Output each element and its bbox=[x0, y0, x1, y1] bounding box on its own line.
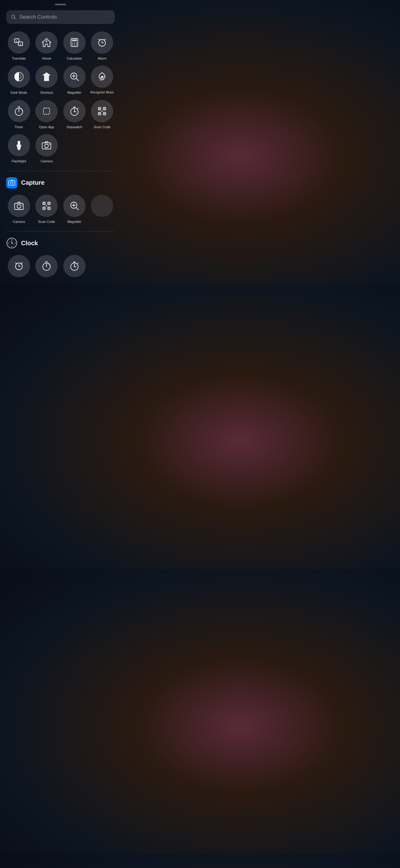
timer-label: Timer bbox=[14, 125, 23, 129]
divider-1 bbox=[6, 171, 115, 171]
clock-grid bbox=[0, 255, 121, 277]
svg-line-24 bbox=[76, 79, 78, 81]
timer-circle bbox=[8, 100, 30, 122]
svg-point-10 bbox=[74, 43, 75, 44]
svg-line-85 bbox=[22, 262, 22, 264]
svg-point-51 bbox=[45, 144, 48, 148]
capture-camera-label: Camera bbox=[13, 219, 25, 224]
capture-empty-circle bbox=[91, 195, 113, 217]
calculator-circle bbox=[63, 31, 86, 54]
shortcut-label: Shortcut bbox=[40, 90, 53, 95]
shortcut-circle bbox=[35, 65, 58, 88]
alarm-circle bbox=[91, 31, 113, 54]
svg-point-6 bbox=[45, 40, 47, 42]
svg-line-36 bbox=[77, 108, 78, 108]
divider-2 bbox=[6, 231, 115, 231]
control-recognize-music[interactable]: Recognize Music bbox=[90, 65, 115, 95]
calculator-label: Calculator bbox=[67, 56, 82, 61]
control-timer[interactable]: Timer bbox=[6, 100, 32, 129]
svg-rect-65 bbox=[44, 208, 45, 209]
svg-point-57 bbox=[17, 205, 21, 208]
svg-line-93 bbox=[77, 263, 78, 264]
control-open-app[interactable]: Open App bbox=[34, 100, 60, 129]
svg-rect-66 bbox=[49, 208, 49, 209]
clock-timer-circle bbox=[35, 255, 58, 277]
search-icon bbox=[11, 14, 16, 20]
capture-empty-slot bbox=[90, 195, 115, 224]
capture-scan-code[interactable]: Scan Code bbox=[34, 195, 60, 224]
camera-circle bbox=[35, 134, 58, 156]
open-app-label: Open App bbox=[39, 125, 54, 129]
clock-alarm[interactable] bbox=[6, 255, 32, 277]
control-dark-mode[interactable]: Dark Mode bbox=[6, 65, 32, 95]
scan-code-label: Scan Code bbox=[94, 125, 110, 129]
svg-text:A: A bbox=[16, 40, 18, 42]
home-circle bbox=[35, 31, 58, 54]
svg-rect-64 bbox=[49, 203, 49, 204]
search-bar[interactable]: Search Controls bbox=[6, 10, 115, 24]
svg-line-70 bbox=[76, 208, 78, 210]
svg-rect-8 bbox=[72, 39, 77, 41]
svg-marker-22 bbox=[42, 72, 51, 81]
capture-camera[interactable]: Camera bbox=[6, 195, 32, 224]
control-scan-code[interactable]: Scan Code bbox=[90, 100, 115, 129]
svg-point-11 bbox=[76, 43, 76, 44]
open-app-circle bbox=[35, 100, 58, 122]
svg-line-18 bbox=[99, 39, 100, 40]
svg-rect-43 bbox=[99, 113, 100, 114]
control-translate[interactable]: A 文 Translate bbox=[6, 31, 32, 61]
svg-rect-56 bbox=[14, 203, 23, 210]
control-flashlight[interactable]: Flashlight bbox=[6, 134, 32, 163]
svg-rect-30 bbox=[43, 108, 49, 114]
control-calculator[interactable]: Calculator bbox=[62, 31, 87, 61]
stopwatch-label: Stopwatch bbox=[66, 125, 82, 129]
svg-rect-42 bbox=[104, 108, 105, 109]
svg-point-54 bbox=[10, 182, 13, 184]
control-magnifier[interactable]: Magnifier bbox=[62, 65, 87, 95]
clock-stopwatch-circle bbox=[63, 255, 86, 277]
magnifier-circle bbox=[63, 65, 86, 88]
svg-point-14 bbox=[76, 45, 76, 45]
svg-rect-63 bbox=[44, 203, 45, 204]
capture-magnifier[interactable]: Magnifier bbox=[62, 195, 87, 224]
svg-point-9 bbox=[72, 43, 73, 44]
control-alarm[interactable]: Alarm bbox=[90, 31, 115, 61]
control-stopwatch[interactable]: Stopwatch bbox=[62, 100, 87, 129]
flashlight-label: Flashlight bbox=[11, 159, 26, 163]
dark-mode-circle bbox=[8, 65, 30, 88]
capture-magnifier-label: Magnifier bbox=[67, 219, 81, 224]
control-camera[interactable]: Camera bbox=[34, 134, 60, 163]
control-home[interactable]: Home bbox=[34, 31, 60, 61]
svg-line-84 bbox=[15, 262, 16, 264]
svg-line-1 bbox=[14, 18, 16, 19]
control-shortcut[interactable]: Shortcut bbox=[34, 65, 60, 95]
capture-icon bbox=[6, 177, 18, 188]
svg-point-13 bbox=[74, 45, 75, 45]
clock-timer[interactable] bbox=[34, 255, 60, 277]
capture-scan-code-circle bbox=[35, 195, 58, 217]
magnifier-label: Magnifier bbox=[67, 90, 81, 95]
search-placeholder: Search Controls bbox=[19, 14, 57, 20]
recognize-music-label: Recognize Music bbox=[90, 90, 114, 94]
svg-rect-41 bbox=[99, 108, 100, 109]
capture-magnifier-circle bbox=[63, 195, 86, 217]
svg-rect-50 bbox=[42, 143, 51, 149]
flashlight-circle bbox=[8, 134, 30, 156]
capture-grid: Camera Scan Code bbox=[0, 195, 121, 224]
stopwatch-circle bbox=[63, 100, 86, 122]
svg-point-55 bbox=[14, 181, 14, 182]
capture-scan-code-label: Scan Code bbox=[38, 219, 55, 224]
capture-section-header: Capture bbox=[0, 177, 121, 188]
capture-title: Capture bbox=[21, 179, 45, 186]
home-label: Home bbox=[42, 56, 51, 61]
dark-mode-label: Dark Mode bbox=[10, 90, 27, 95]
svg-point-12 bbox=[72, 45, 73, 45]
camera-label: Camera bbox=[41, 159, 53, 163]
svg-point-52 bbox=[49, 144, 50, 145]
clock-stopwatch[interactable] bbox=[62, 255, 87, 277]
svg-text:文: 文 bbox=[20, 43, 22, 45]
controls-grid: A 文 Translate Home bbox=[0, 31, 121, 163]
svg-point-58 bbox=[22, 204, 22, 205]
svg-marker-48 bbox=[16, 145, 22, 150]
translate-circle: A 文 bbox=[8, 31, 30, 54]
